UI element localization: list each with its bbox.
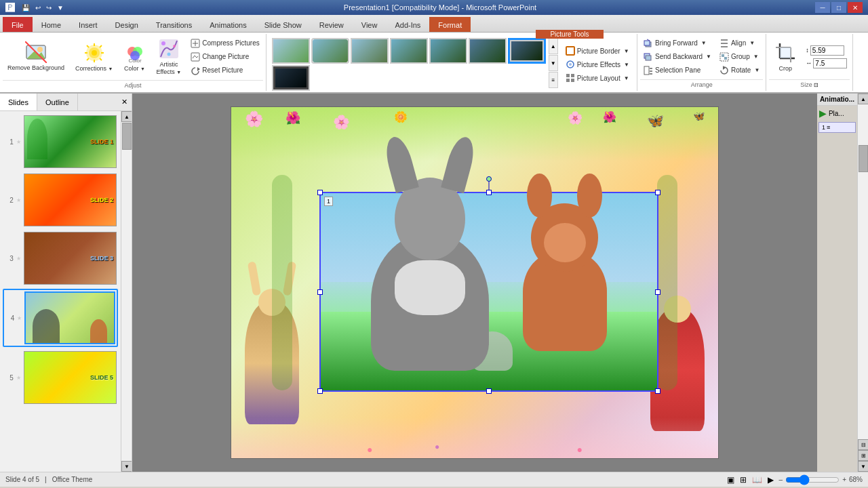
slides-panel-close[interactable]: ✕	[117, 94, 132, 110]
styles-scroll-up[interactable]: ▲	[549, 38, 558, 54]
group-label: Group	[731, 53, 750, 60]
handle-top-right[interactable]	[655, 190, 660, 195]
height-input[interactable]	[810, 45, 844, 56]
tab-slides[interactable]: Slides	[0, 94, 37, 110]
customize-quick-btn[interactable]: ▼	[56, 3, 65, 13]
slide-thumb-3[interactable]: SLIDE 3	[24, 232, 117, 285]
picture-border-btn[interactable]: Picture Border ▼	[562, 44, 633, 58]
handle-top-mid[interactable]	[486, 190, 492, 195]
normal-view-btn[interactable]: ▣	[724, 474, 737, 486]
send-backward-btn[interactable]: Send Backward ▼	[640, 50, 715, 64]
main-scroll-down[interactable]: ▼	[858, 461, 868, 472]
crop-btn[interactable]: Crop	[769, 39, 802, 75]
slide-scroll-up[interactable]: ▲	[121, 111, 132, 122]
tab-transitions[interactable]: Transitions	[147, 17, 201, 32]
style-thumb-8[interactable]	[272, 65, 310, 91]
rotate-btn[interactable]: Rotate ▼	[716, 64, 763, 77]
handle-bot-right[interactable]	[655, 388, 660, 394]
reading-view-btn[interactable]: 📖	[749, 474, 765, 486]
remove-background-btn[interactable]: Remove Background	[3, 39, 69, 75]
height-label: ↕	[806, 47, 809, 54]
size-expand[interactable]: ⊡	[814, 82, 818, 88]
tab-view[interactable]: View	[353, 17, 387, 32]
slide-thumb-5[interactable]: SLIDE 5	[24, 351, 117, 404]
anim-item-1: 1 ≡	[818, 122, 856, 133]
styles-more-btn[interactable]: ≡	[549, 72, 558, 88]
change-picture-btn[interactable]: Change Picture	[187, 50, 262, 64]
anim-play-btn[interactable]: ▶ Pla...	[817, 106, 857, 121]
tab-home[interactable]: Home	[33, 17, 70, 32]
rotate-handle[interactable]	[486, 176, 492, 182]
minimize-btn[interactable]: ─	[815, 2, 830, 13]
svg-rect-35	[571, 79, 574, 82]
picture-layout-label: Picture Layout	[577, 75, 620, 82]
handle-mid-left[interactable]	[317, 289, 323, 295]
slide-item-4[interactable]: 4 ★	[3, 289, 118, 347]
slide-item-1[interactable]: 1 ★ SLIDE 1	[3, 114, 118, 169]
handle-top-left[interactable]	[317, 190, 323, 195]
tab-review[interactable]: Review	[311, 17, 353, 32]
style-thumb-6[interactable]	[469, 38, 507, 64]
tab-format[interactable]: Format	[429, 17, 471, 32]
slide-scroll-down[interactable]: ▼	[121, 461, 132, 472]
slide-scroll-thumb[interactable]	[122, 123, 132, 150]
maximize-btn[interactable]: □	[831, 2, 846, 13]
reset-picture-btn[interactable]: Reset Picture	[187, 64, 262, 77]
compress-pictures-btn[interactable]: Compress Pictures	[187, 37, 262, 50]
tab-addins[interactable]: Add-Ins	[386, 17, 429, 32]
flower-2: 🌺	[285, 110, 300, 125]
remove-bg-icon	[25, 41, 47, 63]
slideshow-btn[interactable]: ▶	[765, 474, 776, 486]
style-thumb-2[interactable]	[311, 38, 349, 64]
style-thumb-5[interactable]	[429, 38, 467, 64]
style-thumb-7[interactable]	[508, 38, 546, 64]
tab-animations[interactable]: Animations	[201, 17, 255, 32]
selection-pane-btn[interactable]: Selection Pane	[640, 64, 715, 77]
zoom-slider[interactable]	[785, 474, 840, 485]
slide-thumb-1[interactable]: SLIDE 1	[24, 115, 117, 168]
group-icon	[719, 52, 729, 62]
tab-file[interactable]: File	[3, 17, 33, 32]
align-btn[interactable]: Align ▼	[716, 37, 763, 50]
picture-layout-btn[interactable]: Picture Layout ▼	[562, 71, 633, 85]
undo-quick-btn[interactable]: ↩	[34, 3, 42, 13]
scroll-extra-2[interactable]: ⊞	[858, 450, 868, 461]
slide-canvas[interactable]: 🌸 🌺 🌸 🌼 🦋 🌺 🦋 🌸	[231, 106, 719, 459]
tab-design[interactable]: Design	[106, 17, 147, 32]
slide-item-5[interactable]: 5 ★ SLIDE 5	[3, 350, 118, 405]
anim-dots: ≡	[827, 124, 830, 131]
styles-scroll-down[interactable]: ▼	[549, 55, 558, 71]
style-thumb-1[interactable]	[272, 38, 310, 64]
selected-image[interactable]: 1	[319, 192, 658, 392]
butterfly-1: 🦋	[693, 110, 705, 121]
slide-star-4: ★	[17, 315, 22, 321]
slide-sorter-btn[interactable]: ⊞	[737, 474, 749, 486]
style-thumb-3[interactable]	[351, 38, 389, 64]
close-btn[interactable]: ✕	[848, 2, 863, 13]
picture-effects-btn[interactable]: Picture Effects ▼	[562, 58, 633, 71]
group-btn[interactable]: Group ▼	[716, 50, 763, 64]
slide-item-3[interactable]: 3 ★ SLIDE 3	[3, 230, 118, 286]
tab-slideshow[interactable]: Slide Show	[256, 17, 311, 32]
tab-insert[interactable]: Insert	[70, 17, 106, 32]
save-quick-btn[interactable]: 💾	[20, 3, 31, 13]
slide-thumb-4[interactable]	[24, 291, 115, 344]
width-input[interactable]	[813, 58, 847, 68]
main-scroll-thumb[interactable]	[859, 145, 868, 172]
tab-outline[interactable]: Outline	[37, 94, 78, 110]
size-group: Crop ↕ ↔ Size ⊡	[766, 34, 853, 91]
corrections-btn[interactable]: Corrections ▼	[71, 39, 117, 75]
artistic-effects-btn[interactable]: ArtisticEffects ▼	[152, 35, 186, 79]
main-scroll-up[interactable]: ▲	[858, 94, 868, 104]
redo-quick-btn[interactable]: ↪	[45, 3, 53, 13]
handle-bot-mid[interactable]	[486, 388, 492, 394]
slide-thumb-2[interactable]: SLIDE 2	[24, 174, 117, 226]
scroll-extra-1[interactable]: ⊟	[858, 439, 868, 450]
color-btn[interactable]: Color Color ▼	[119, 39, 151, 75]
handle-mid-right[interactable]	[655, 289, 660, 295]
handle-bot-left[interactable]	[317, 388, 323, 394]
slide-item-2[interactable]: 2 ★ SLIDE 2	[3, 172, 118, 228]
style-thumb-4[interactable]	[390, 38, 428, 64]
selection-pane-icon	[644, 66, 653, 75]
bring-forward-btn[interactable]: Bring Forward ▼	[640, 37, 715, 50]
